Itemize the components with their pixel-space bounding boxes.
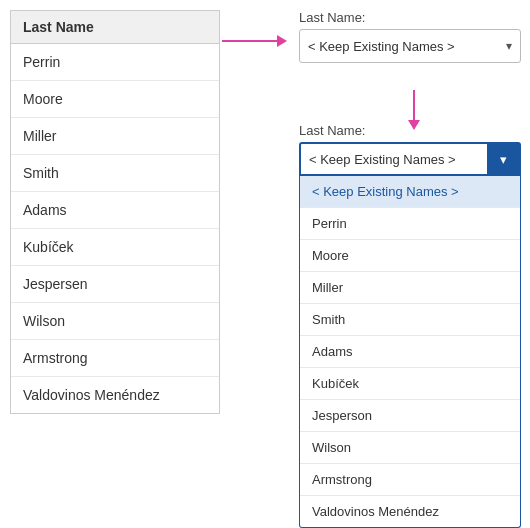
list-item[interactable]: Jespersen	[11, 266, 219, 303]
dropdown-option[interactable]: Wilson	[300, 432, 520, 464]
arrow-right-indicator	[222, 35, 287, 47]
bottom-field-label: Last Name:	[299, 123, 521, 138]
list-header: Last Name	[11, 11, 219, 44]
bottom-dropdown-container: Last Name: < Keep Existing Names > ▾ < K…	[299, 123, 521, 528]
dropdown-option[interactable]: < Keep Existing Names >	[300, 176, 520, 208]
dropdown-option[interactable]: Perrin	[300, 208, 520, 240]
dropdown-option[interactable]: Miller	[300, 272, 520, 304]
list-item[interactable]: Perrin	[11, 44, 219, 81]
bottom-dropdown-button[interactable]: ▾	[487, 142, 519, 176]
arrow-line-horizontal	[222, 40, 277, 42]
top-dropdown-value: < Keep Existing Names >	[308, 39, 455, 54]
left-list-panel: Last Name PerrinMooreMillerSmithAdamsKub…	[10, 10, 220, 414]
top-field-label: Last Name:	[299, 10, 521, 25]
dropdown-option[interactable]: Jesperson	[300, 400, 520, 432]
list-item[interactable]: Miller	[11, 118, 219, 155]
list-item[interactable]: Kubíček	[11, 229, 219, 266]
bottom-dropdown-header[interactable]: < Keep Existing Names > ▾	[299, 142, 521, 176]
arrow-head-right	[277, 35, 287, 47]
dropdown-option[interactable]: Kubíček	[300, 368, 520, 400]
list-item[interactable]: Moore	[11, 81, 219, 118]
dropdown-options-list: < Keep Existing Names >PerrinMooreMiller…	[299, 176, 521, 528]
dropdown-option[interactable]: Valdovinos Menéndez	[300, 496, 520, 527]
right-panel: Last Name: < Keep Existing Names > ▾ Las…	[299, 10, 521, 528]
top-dropdown[interactable]: < Keep Existing Names > ▾	[299, 29, 521, 63]
bottom-dropdown-chevron-icon: ▾	[500, 152, 507, 167]
bottom-dropdown-value: < Keep Existing Names >	[309, 152, 456, 167]
dropdown-option[interactable]: Smith	[300, 304, 520, 336]
top-dropdown-chevron-icon: ▾	[506, 39, 512, 53]
list-item[interactable]: Smith	[11, 155, 219, 192]
list-item[interactable]: Wilson	[11, 303, 219, 340]
dropdown-option[interactable]: Armstrong	[300, 464, 520, 496]
dropdown-option[interactable]: Adams	[300, 336, 520, 368]
dropdown-option[interactable]: Moore	[300, 240, 520, 272]
list-item[interactable]: Armstrong	[11, 340, 219, 377]
list-item[interactable]: Valdovinos Menéndez	[11, 377, 219, 413]
list-item[interactable]: Adams	[11, 192, 219, 229]
